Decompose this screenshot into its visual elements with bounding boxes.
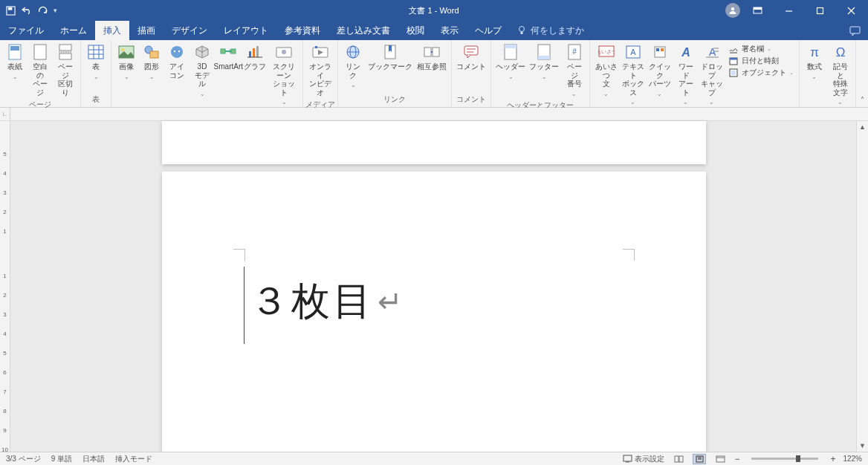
smartart-button[interactable]: SmartArt: [215, 42, 242, 73]
maximize-icon[interactable]: [806, 0, 834, 21]
bookmark-button[interactable]: ブックマーク: [366, 42, 415, 73]
minimize-icon[interactable]: [774, 0, 803, 21]
comment-button[interactable]: コメント: [454, 42, 488, 73]
undo-icon[interactable]: [22, 6, 32, 15]
textbox-button[interactable]: Aテキスト ボックス⌄: [620, 42, 647, 107]
scroll-up-icon[interactable]: ▲: [859, 121, 866, 133]
blank-page-icon: [32, 44, 48, 60]
svg-text:A: A: [709, 46, 716, 58]
vertical-scrollbar[interactable]: ▲ ▼: [856, 121, 868, 452]
symbol-button[interactable]: Ω記号と 特殊文字⌄: [827, 42, 854, 107]
document-body-text[interactable]: ３枚目 ↵: [250, 276, 406, 328]
scroll-down-icon[interactable]: ▼: [859, 440, 866, 452]
blank-page-button[interactable]: 空白の ページ: [27, 42, 53, 98]
user-avatar-icon[interactable]: [725, 3, 740, 18]
tab-design[interactable]: デザイン: [163, 21, 216, 40]
object-button[interactable]: オブジェクト⌄: [728, 68, 794, 78]
date-time-button[interactable]: 日付と時刻: [728, 56, 794, 66]
greeting-button[interactable]: あいさつあいさつ 文⌄: [592, 42, 619, 99]
tab-mailings[interactable]: 差し込み文書: [328, 21, 398, 40]
cross-reference-button[interactable]: 相互参照: [415, 42, 449, 73]
page-previous[interactable]: [162, 121, 706, 164]
tab-help[interactable]: ヘルプ: [467, 21, 510, 40]
feedback-icon[interactable]: [841, 21, 868, 40]
page-current[interactable]: ３枚目 ↵: [162, 172, 706, 452]
link-button[interactable]: リン ク⌄: [340, 42, 366, 90]
object-icon: [728, 68, 739, 78]
margin-corner-icon: [623, 249, 635, 261]
svg-point-24: [121, 48, 124, 51]
signature-line-button[interactable]: 署名欄⌄: [728, 44, 794, 54]
tab-view[interactable]: 表示: [433, 21, 467, 40]
zoom-out-icon[interactable]: −: [734, 454, 739, 464]
3d-models-button[interactable]: 3D モデル⌄: [190, 42, 215, 99]
cross-reference-icon: [424, 44, 440, 60]
lightbulb-icon: [517, 25, 526, 36]
tell-me-search[interactable]: 何をしますか: [510, 21, 592, 40]
svg-point-36: [282, 50, 286, 54]
group-symbol: π数式⌄ Ω記号と 特殊文字⌄ 記号と特殊文字: [800, 40, 857, 107]
tab-selector-icon[interactable]: ∟: [0, 108, 10, 120]
paragraph-mark-icon: ↵: [378, 284, 406, 319]
tab-insert[interactable]: 挿入: [95, 21, 129, 40]
wordart-button[interactable]: Aワード アート⌄: [673, 42, 699, 107]
zoom-level[interactable]: 122%: [843, 455, 862, 463]
web-layout-icon[interactable]: [713, 454, 727, 464]
qat-more-icon[interactable]: ▾: [54, 7, 57, 14]
tab-draw[interactable]: 描画: [129, 21, 163, 40]
screenshot-button[interactable]: スクリーン ショット⌄: [268, 42, 301, 107]
equation-button[interactable]: π数式⌄: [802, 42, 827, 82]
ribbon-display-icon[interactable]: [743, 0, 771, 21]
page-count[interactable]: 3/3 ページ: [6, 454, 41, 464]
language[interactable]: 日本語: [82, 454, 105, 464]
group-pages: 表紙⌄ 空白の ページ ページ 区切り ページ: [0, 40, 81, 107]
cover-page-button[interactable]: 表紙⌄: [2, 42, 27, 82]
tab-layout[interactable]: レイアウト: [216, 21, 276, 40]
svg-rect-60: [661, 48, 664, 51]
tab-review[interactable]: 校閲: [398, 21, 433, 40]
print-layout-icon[interactable]: [693, 454, 706, 464]
footer-button[interactable]: フッター⌄: [528, 42, 561, 82]
quickparts-button[interactable]: クイック パーツ⌄: [647, 42, 673, 99]
shapes-button[interactable]: 図形⌄: [139, 42, 164, 82]
dropcap-icon: A: [704, 44, 720, 60]
table-button[interactable]: 表⌄: [83, 42, 108, 82]
read-mode-icon[interactable]: [672, 454, 685, 464]
header-button[interactable]: ヘッダー⌄: [493, 42, 527, 82]
svg-rect-14: [34, 45, 46, 59]
svg-rect-33: [256, 46, 259, 57]
svg-rect-75: [675, 456, 678, 462]
horizontal-ruler[interactable]: ∟: [0, 108, 868, 121]
tell-me-label: 何をしますか: [531, 25, 584, 36]
insert-mode[interactable]: 挿入モード: [115, 454, 152, 464]
svg-point-9: [519, 27, 525, 32]
save-icon[interactable]: [6, 6, 16, 16]
vertical-ruler[interactable]: 5432112345678910: [0, 121, 10, 452]
svg-rect-32: [253, 48, 255, 57]
svg-rect-38: [315, 46, 317, 48]
close-icon[interactable]: [837, 0, 865, 21]
page-break-button[interactable]: ページ 区切り: [53, 42, 78, 98]
svg-rect-18: [88, 45, 103, 59]
tab-home[interactable]: ホーム: [52, 21, 95, 40]
footer-icon: [536, 44, 552, 60]
zoom-in-icon[interactable]: +: [830, 454, 835, 464]
online-video-button[interactable]: オンライ ンビデオ: [305, 42, 335, 98]
dropcap-button[interactable]: Aドロップ キャップ⌄: [699, 42, 725, 107]
tab-file[interactable]: ファイル: [0, 21, 52, 40]
chart-button[interactable]: グラフ: [242, 42, 268, 73]
icons-button[interactable]: アイ コン: [164, 42, 190, 81]
svg-rect-16: [59, 53, 71, 59]
pictures-button[interactable]: 画像⌄: [114, 42, 139, 82]
zoom-slider[interactable]: [751, 458, 818, 460]
redo-icon[interactable]: [38, 6, 48, 15]
bookmark-icon: [382, 44, 398, 60]
tab-references[interactable]: 参考資料: [276, 21, 328, 40]
title-bar: ▾ 文書 1 - Word: [0, 0, 868, 21]
word-count[interactable]: 9 単語: [51, 454, 72, 464]
page-number-button[interactable]: #ページ 番号⌄: [561, 42, 587, 99]
link-icon: [345, 44, 361, 60]
display-settings[interactable]: 表示設定: [623, 454, 664, 464]
collapse-ribbon-icon[interactable]: ˄: [856, 40, 868, 107]
page-break-icon: [57, 44, 74, 60]
